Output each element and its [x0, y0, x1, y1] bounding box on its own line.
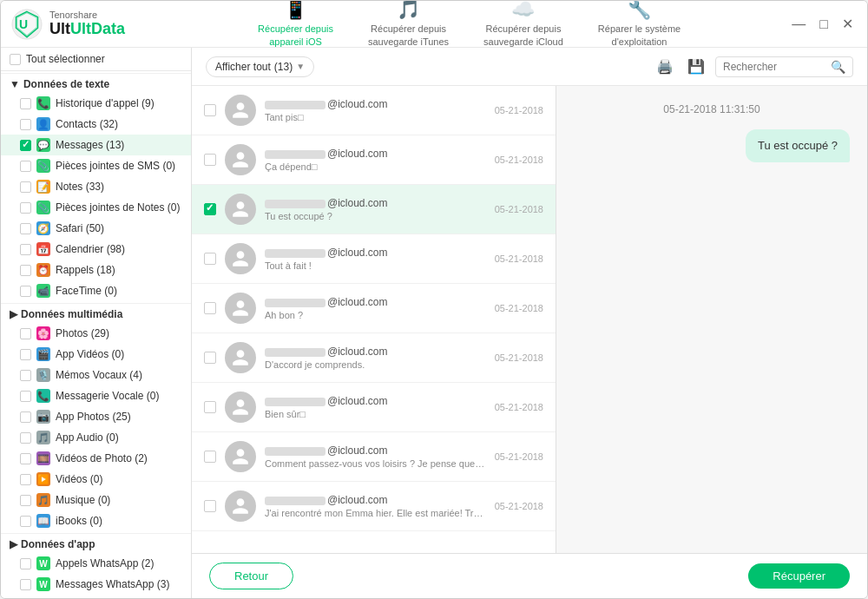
sidebar-item-photos[interactable]: 🌸 Photos (29) — [1, 323, 191, 344]
message-list-item[interactable]: @icloud.com Tant pis□ 05-21-2018 — [192, 86, 556, 135]
msg-info-5: @icloud.com Ah bon ? — [265, 296, 486, 320]
sidebar-item-reminders[interactable]: ⏰ Rappels (18) — [1, 260, 191, 280]
company-name: Tenorshare — [49, 10, 125, 20]
sidebar-item-photo-videos[interactable]: 🎞️ Vidéos de Photo (2) — [1, 448, 191, 469]
notes-attach-icon: 📎 — [36, 201, 50, 214]
filter-button[interactable]: Afficher tout (13) ▼ — [206, 56, 314, 77]
message-list-item[interactable]: @icloud.com Ça dépend□ 05-21-2018 — [192, 135, 556, 185]
sidebar-item-notes-attach[interactable]: 📎 Pièces jointes de Notes (0) — [1, 197, 191, 218]
message-list-item[interactable]: @icloud.com Bien sûr□ 05-21-2018 — [192, 383, 556, 432]
reminders-checkbox[interactable] — [20, 265, 31, 276]
print-button[interactable]: 🖨️ — [653, 55, 677, 78]
notes-checkbox[interactable] — [20, 181, 31, 193]
msg-checkbox-2[interactable] — [204, 154, 216, 166]
message-list-item[interactable]: @icloud.com Comment passez-vous vos lois… — [192, 432, 556, 482]
export-button[interactable]: 💾 — [684, 55, 708, 78]
app-audio-label: App Audio (0) — [56, 431, 182, 444]
sidebar-item-safari[interactable]: 🧭 Safari (50) — [1, 218, 191, 239]
sidebar-item-whatsapp-calls[interactable]: W Appels WhatsApp (2) — [1, 553, 191, 574]
sidebar-item-app-videos[interactable]: 🎬 App Vidéos (0) — [1, 344, 191, 365]
itunes-tab-icon: 🎵 — [397, 0, 420, 21]
minimize-button[interactable]: — — [788, 15, 809, 34]
avatar-2 — [225, 144, 256, 175]
call-history-checkbox[interactable] — [20, 98, 31, 109]
messages-checkbox[interactable]: ✓ — [20, 140, 31, 151]
calendar-label: Calendrier (98) — [56, 243, 182, 255]
notes-attach-checkbox[interactable] — [20, 202, 31, 214]
message-list-panel: @icloud.com Tant pis□ 05-21-2018 @icloud… — [192, 86, 867, 553]
sidebar-item-app-photos[interactable]: 📷 App Photos (25) — [1, 406, 191, 427]
search-input[interactable] — [723, 61, 827, 73]
sidebar-item-voice-memos[interactable]: 🎙️ Mémos Vocaux (4) — [1, 365, 191, 385]
app-photos-checkbox[interactable] — [20, 411, 31, 423]
sidebar-item-calendar[interactable]: 📅 Calendrier (98) — [1, 239, 191, 260]
sidebar-item-voicemail[interactable]: 📞 Messagerie Vocale (0) — [1, 385, 191, 406]
sidebar-item-messages[interactable]: ✓ 💬 Messages (13) — [1, 135, 191, 155]
msg-checkbox-9[interactable] — [204, 500, 216, 512]
reminders-label: Rappels (18) — [56, 264, 182, 276]
msg-sender-3: @icloud.com — [265, 197, 486, 209]
whatsapp-messages-checkbox[interactable] — [20, 579, 31, 590]
sidebar-item-whatsapp-attach[interactable]: W Pièces jointes de WhatsApp (0 — [1, 595, 191, 598]
whatsapp-messages-label: Messages WhatsApp (3) — [56, 578, 182, 590]
select-all-checkbox[interactable] — [10, 54, 21, 65]
voicemail-icon: 📞 — [36, 389, 50, 403]
close-button[interactable]: ✕ — [838, 14, 857, 34]
music-checkbox[interactable] — [20, 495, 31, 506]
msg-date-1: 05-21-2018 — [495, 105, 543, 115]
msg-info-3: @icloud.com Tu est occupé ? — [265, 197, 486, 221]
sidebar-item-notes[interactable]: 📝 Notes (33) — [1, 176, 191, 197]
message-list-item-selected[interactable]: ✓ @icloud.com Tu est occupé ? 05-21-2018 — [192, 185, 556, 234]
message-list-item[interactable]: @icloud.com Tout à fait ! 05-21-2018 — [192, 234, 556, 284]
app-audio-checkbox[interactable] — [20, 432, 31, 444]
sidebar-item-whatsapp-messages[interactable]: W Messages WhatsApp (3) — [1, 574, 191, 595]
msg-checkbox-5[interactable] — [204, 302, 216, 314]
msg-checkbox-4[interactable] — [204, 253, 216, 265]
sidebar-item-contacts[interactable]: 👤 Contacts (32) — [1, 114, 191, 135]
sidebar-item-app-audio[interactable]: 🎵 App Audio (0) — [1, 427, 191, 448]
msg-checkbox-7[interactable] — [204, 401, 216, 413]
voicemail-label: Messagerie Vocale (0) — [56, 390, 182, 402]
facetime-checkbox[interactable] — [20, 286, 31, 297]
whatsapp-calls-checkbox[interactable] — [20, 558, 31, 569]
section-app-arrow: ▶ — [10, 538, 17, 550]
app-videos-checkbox[interactable] — [20, 349, 31, 360]
safari-checkbox[interactable] — [20, 223, 31, 234]
msg-checkbox-8[interactable] — [204, 451, 216, 463]
photo-videos-label: Vidéos de Photo (2) — [56, 452, 182, 464]
photos-checkbox[interactable] — [20, 328, 31, 339]
msg-checkbox-6[interactable] — [204, 352, 216, 364]
voice-memos-checkbox[interactable] — [20, 370, 31, 381]
message-list-item[interactable]: @icloud.com Ah bon ? 05-21-2018 — [192, 284, 556, 333]
tab-icloud[interactable]: ☁️ Récupérer depuissauvegarde iCloud — [466, 0, 581, 53]
message-list-item[interactable]: @icloud.com J'ai rencontré mon Emma hier… — [192, 482, 556, 531]
message-list-item[interactable]: @icloud.com D'accord je comprends. 05-21… — [192, 333, 556, 383]
photo-videos-checkbox[interactable] — [20, 453, 31, 464]
calendar-checkbox[interactable] — [20, 244, 31, 255]
ibooks-checkbox[interactable] — [20, 516, 31, 527]
videos-checkbox[interactable] — [20, 474, 31, 485]
contacts-checkbox[interactable] — [20, 119, 31, 130]
sidebar-item-sms-attach[interactable]: 📎 Pièces jointes de SMS (0) — [1, 155, 191, 176]
tab-repair[interactable]: 🔧 Réparer le systèmed'exploitation — [581, 0, 698, 53]
maximize-button[interactable]: □ — [816, 15, 832, 34]
sidebar-item-call-history[interactable]: 📞 Historique d'appel (9) — [1, 93, 191, 114]
sms-attach-checkbox[interactable] — [20, 161, 31, 172]
select-all-row[interactable]: Tout sélectionner — [1, 48, 191, 71]
sidebar-item-videos[interactable]: ▶️ Vidéos (0) — [1, 469, 191, 490]
msg-date-8: 05-21-2018 — [495, 451, 543, 462]
tab-ios[interactable]: 📱 Récupérer depuisappareil iOS — [240, 0, 351, 53]
msg-date-6: 05-21-2018 — [495, 352, 543, 363]
back-button[interactable]: Retour — [209, 563, 293, 589]
msg-checkbox-1[interactable] — [204, 104, 216, 116]
recover-button[interactable]: Récupérer — [748, 563, 850, 589]
msg-info-6: @icloud.com D'accord je comprends. — [265, 346, 486, 370]
voicemail-checkbox[interactable] — [20, 391, 31, 402]
msg-checkbox-3[interactable]: ✓ — [204, 203, 216, 215]
sidebar-item-music[interactable]: 🎵 Musique (0) — [1, 490, 191, 510]
message-list: @icloud.com Tant pis□ 05-21-2018 @icloud… — [192, 86, 556, 553]
call-history-label: Historique d'appel (9) — [56, 97, 182, 109]
sidebar-item-facetime[interactable]: 📹 FaceTime (0) — [1, 280, 191, 301]
tab-itunes[interactable]: 🎵 Récupérer depuissauvegarde iTunes — [351, 0, 466, 53]
sidebar-item-ibooks[interactable]: 📖 iBooks (0) — [1, 510, 191, 531]
